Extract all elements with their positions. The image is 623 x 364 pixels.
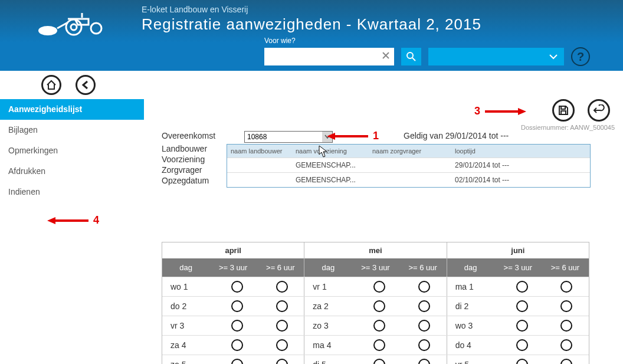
radio-6uur[interactable]: [560, 359, 572, 364]
sidebar-item-opmerkingen[interactable]: Opmerkingen: [0, 140, 144, 161]
radio-6uur[interactable]: [418, 339, 430, 351]
sidebar-item-aanwezigheidslijst[interactable]: Aanwezigheidslijst: [0, 99, 144, 120]
day-label: za 2: [304, 297, 357, 316]
radio-3uur[interactable]: [231, 339, 243, 351]
radio-6uur[interactable]: [560, 300, 572, 312]
overeenkomst-dropdown-button[interactable]: [322, 131, 333, 143]
radio-6uur[interactable]: [418, 300, 430, 312]
col-dag: dag: [447, 258, 494, 277]
col-3uur: >= 3 uur: [352, 258, 399, 277]
col-6uur: >= 6 uur: [399, 258, 447, 277]
annotation-3: 3: [474, 105, 480, 117]
dd-header-voorziening: naam voorziening: [292, 145, 369, 158]
radio-3uur[interactable]: [231, 359, 243, 364]
dd-cell: 29/01/2014 tot ---: [451, 158, 590, 172]
undo-button[interactable]: [588, 99, 610, 122]
sidebar-item-afdrukken[interactable]: Afdrukken: [0, 161, 144, 182]
radio-6uur[interactable]: [276, 359, 288, 364]
day-label: wo 1: [162, 277, 215, 296]
dd-cell: [227, 158, 292, 172]
dropdown-option[interactable]: GEMEENSCHAP... 02/10/2014 tot ---: [227, 172, 590, 187]
dossier-number: Dossiernummer: AANW_500045: [521, 124, 615, 131]
radio-3uur[interactable]: [516, 339, 528, 351]
radio-6uur[interactable]: [276, 320, 288, 332]
day-label: vr 1: [304, 277, 357, 296]
radio-3uur[interactable]: [373, 281, 385, 293]
attendance-row: zo 5di 5vr 5: [162, 355, 589, 364]
search-input[interactable]: [264, 48, 394, 65]
content-area: Dossiernummer: AANW_500045 Overeenkomst …: [144, 99, 623, 364]
col-dag: dag: [304, 258, 352, 277]
save-icon: [558, 104, 569, 116]
radio-3uur[interactable]: [231, 300, 243, 312]
sidebar: Aanwezigheidslijst Bijlagen Opmerkingen …: [0, 99, 144, 364]
day-label: zo 3: [304, 316, 357, 335]
dossier-value: AANW_500045: [570, 124, 615, 131]
radio-6uur[interactable]: [560, 281, 572, 293]
svg-point-2: [91, 23, 101, 34]
svg-point-1: [71, 24, 77, 30]
dd-header-zorgvrager: naam zorgvrager: [369, 145, 451, 158]
radio-3uur[interactable]: [373, 300, 385, 312]
radio-3uur[interactable]: [516, 281, 528, 293]
dd-cell: [369, 158, 451, 172]
acting-person-dropdown[interactable]: [428, 48, 564, 65]
day-label: do 2: [162, 297, 215, 316]
day-label: ma 1: [447, 277, 500, 296]
radio-6uur[interactable]: [560, 339, 572, 351]
svg-marker-13: [518, 108, 526, 115]
attendance-row: za 4ma 4do 4: [162, 335, 589, 355]
home-button[interactable]: [41, 75, 61, 95]
col-3uur: >= 3 uur: [209, 258, 257, 277]
radio-6uur[interactable]: [418, 320, 430, 332]
app-logo: [32, 11, 115, 38]
radio-3uur[interactable]: [373, 320, 385, 332]
chevron-down-icon: [324, 135, 330, 139]
day-label: di 2: [447, 297, 500, 316]
day-label: vr 5: [447, 355, 500, 364]
col-6uur: >= 6 uur: [257, 258, 304, 277]
radio-3uur[interactable]: [373, 339, 385, 351]
help-button[interactable]: ?: [571, 47, 590, 66]
radio-3uur[interactable]: [231, 320, 243, 332]
search-button[interactable]: [401, 48, 421, 65]
svg-point-0: [66, 19, 81, 35]
radio-6uur[interactable]: [418, 281, 430, 293]
radio-3uur[interactable]: [516, 320, 528, 332]
radio-3uur[interactable]: [516, 300, 528, 312]
overeenkomst-input[interactable]: [244, 131, 333, 143]
radio-6uur[interactable]: [276, 300, 288, 312]
dossier-label: Dossiernummer:: [521, 124, 569, 131]
app-header: E-loket Landbouw en Visserij Registratie…: [0, 0, 623, 71]
geldig-text: Geldig van 29/01/2014 tot ---: [404, 131, 509, 143]
day-label: vr 3: [162, 316, 215, 335]
sidebar-item-bijlagen[interactable]: Bijlagen: [0, 120, 144, 140]
radio-3uur[interactable]: [516, 359, 528, 364]
dd-cell: GEMEENSCHAP...: [292, 173, 369, 187]
radio-6uur[interactable]: [560, 320, 572, 332]
dd-header-looptijd: looptijd: [451, 145, 590, 158]
back-button[interactable]: [76, 75, 96, 95]
radio-6uur[interactable]: [418, 359, 430, 364]
header-subtitle: E-loket Landbouw en Visserij: [142, 5, 481, 14]
voor-wie-label: Voor wie?: [264, 37, 296, 45]
col-dag: dag: [162, 258, 209, 277]
dd-cell: [227, 173, 292, 187]
col-3uur: >= 3 uur: [494, 258, 542, 277]
svg-point-3: [38, 26, 57, 35]
save-button[interactable]: [552, 99, 575, 122]
dd-header-landbouwer: naam landbouwer: [227, 145, 292, 158]
dropdown-option[interactable]: GEMEENSCHAP... 29/01/2014 tot ---: [227, 158, 590, 172]
dd-cell: 02/10/2014 tot ---: [451, 173, 590, 187]
radio-6uur[interactable]: [276, 281, 288, 293]
sidebar-item-indienen[interactable]: Indienen: [0, 182, 144, 202]
home-icon: [46, 80, 57, 90]
radio-3uur[interactable]: [231, 281, 243, 293]
clear-search-button[interactable]: [381, 51, 391, 61]
overeenkomst-label: Overeenkomst: [162, 131, 244, 143]
svg-line-7: [412, 58, 415, 61]
month-header: april: [162, 242, 304, 258]
toolbar: [0, 71, 623, 99]
radio-6uur[interactable]: [276, 339, 288, 351]
radio-3uur[interactable]: [373, 359, 385, 364]
